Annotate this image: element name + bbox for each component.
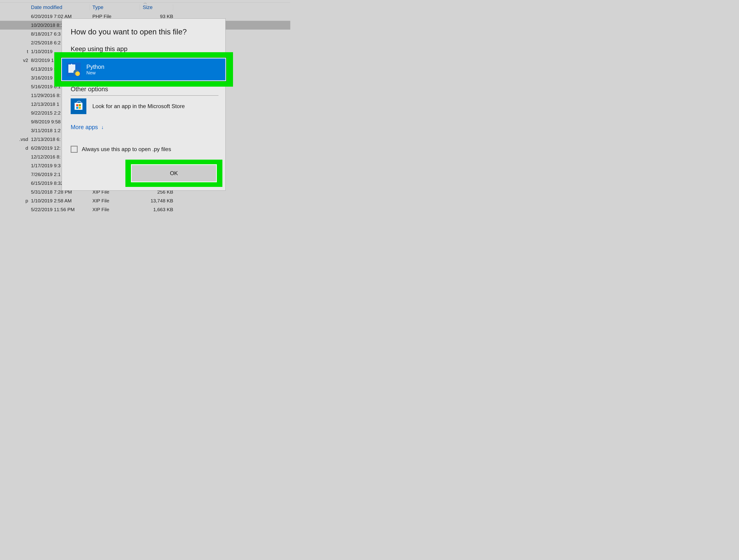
keep-using-label: Keep using this app — [71, 45, 128, 53]
app-option-store[interactable]: Look for an app in the Microsoft Store — [71, 99, 185, 114]
table-row[interactable]: 5/22/2019 11:56 PMXIP File1,663 KB — [0, 205, 290, 214]
cell-type: XIP File — [90, 198, 140, 203]
cell-name: p — [0, 198, 28, 203]
app-option-python[interactable]: Python New — [61, 58, 226, 81]
dialog-title: How do you want to open this file? — [71, 27, 187, 36]
cell-date: 5/22/2019 11:56 PM — [28, 207, 90, 212]
always-use-label: Always use this app to open .py files — [82, 146, 171, 152]
arrow-down-icon: ↓ — [101, 124, 104, 130]
cell-name: t — [0, 49, 28, 54]
always-use-checkbox[interactable] — [71, 146, 78, 153]
app-name: Python — [87, 63, 104, 70]
table-row[interactable]: p1/10/2019 2:58 AMXIP File13,748 KB — [0, 196, 290, 205]
more-apps-label: More apps — [71, 124, 98, 131]
other-options-label: Other options — [71, 86, 108, 93]
svg-point-2 — [75, 72, 80, 76]
cell-type: XIP File — [90, 207, 140, 212]
cell-name: .vsd — [0, 137, 28, 142]
store-label: Look for an app in the Microsoft Store — [92, 103, 185, 110]
cell-size: 1,663 KB — [140, 207, 173, 212]
ok-button[interactable]: OK — [131, 164, 217, 182]
cell-date: 1/10/2019 2:58 AM — [28, 198, 90, 203]
cell-name: d — [0, 145, 28, 151]
cell-size: 13,748 KB — [140, 198, 173, 203]
chevron-up-icon: ︿ — [0, 0, 290, 5]
cell-name: v2 — [0, 57, 28, 63]
app-subtitle: New — [87, 70, 104, 76]
ms-store-icon — [71, 99, 87, 114]
app-option-text: Python New — [87, 63, 104, 76]
tutorial-highlight: Python New — [54, 52, 233, 87]
more-apps-link[interactable]: More apps ↓ — [71, 124, 104, 131]
tutorial-highlight: OK — [125, 160, 223, 187]
open-with-dialog: How do you want to open this file? Keep … — [62, 18, 226, 190]
always-use-row[interactable]: Always use this app to open .py files — [71, 146, 171, 153]
python-icon — [66, 62, 81, 77]
